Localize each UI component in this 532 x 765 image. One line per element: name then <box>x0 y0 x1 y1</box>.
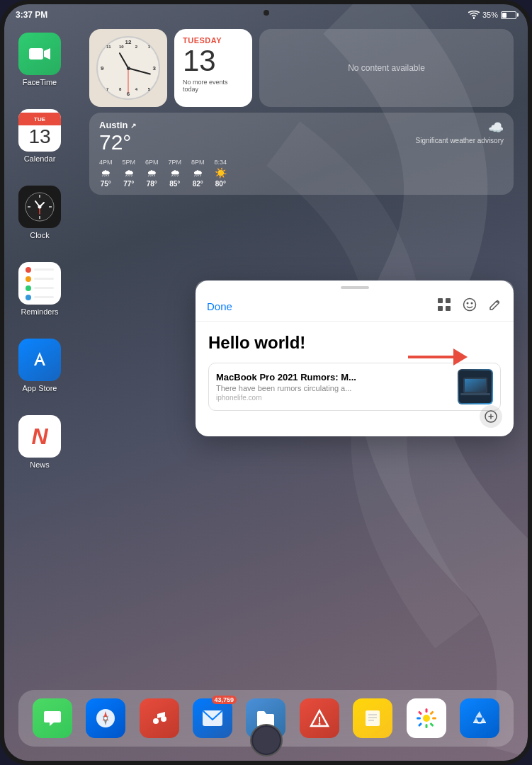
clock-face: 12 3 6 9 1 11 2 5 7 4 8 10 <box>96 36 160 100</box>
camera <box>264 10 269 16</box>
reminders-icon[interactable] <box>18 262 61 305</box>
reminders-label: Reminders <box>21 307 58 316</box>
app-news[interactable]: N News <box>18 415 61 469</box>
widgets-row1: 12 3 6 9 1 11 2 5 7 4 8 10 <box>89 29 514 107</box>
svg-rect-13 <box>446 298 451 303</box>
svg-rect-45 <box>429 722 434 727</box>
clock-hour-hand <box>119 52 129 69</box>
clock-label: Clock <box>30 231 50 239</box>
arrow-line <box>408 356 453 358</box>
svg-point-11 <box>38 205 42 209</box>
music-icon[interactable] <box>140 698 179 738</box>
dock-store[interactable] <box>460 698 499 738</box>
direct-icon[interactable] <box>300 698 339 738</box>
popup-toolbar: Done <box>196 289 514 322</box>
dock-direct[interactable] <box>300 698 339 738</box>
weather-temp: 72° <box>99 132 136 153</box>
photos-icon[interactable] <box>407 698 446 738</box>
svg-rect-42 <box>417 718 421 720</box>
wifi-icon <box>468 11 480 19</box>
widgets-area: 12 3 6 9 1 11 2 5 7 4 8 10 <box>89 29 514 195</box>
news-label: News <box>30 460 50 469</box>
note-app-icon-btn[interactable] <box>480 405 502 428</box>
mail-icon[interactable] <box>193 698 232 738</box>
calendar-icon[interactable]: TUE 13 <box>18 109 61 152</box>
arrow-head <box>453 348 468 366</box>
appstore-icon[interactable] <box>18 339 61 381</box>
popup-grid-icon[interactable] <box>437 298 451 315</box>
svg-rect-35 <box>366 710 380 726</box>
widget-calendar-small[interactable]: TUESDAY 13 No more events today <box>174 29 252 107</box>
popup-link-card[interactable]: MacBook Pro 2021 Rumors: M... There have… <box>208 363 501 411</box>
notes-icon[interactable] <box>353 698 392 738</box>
cal-events-text: No more events today <box>183 79 244 93</box>
link-description: There have been rumors circulating a... <box>216 384 451 392</box>
dock-music[interactable] <box>140 698 179 738</box>
svg-rect-15 <box>446 306 451 311</box>
popup-emoji-icon[interactable] <box>463 298 477 315</box>
svg-rect-41 <box>425 724 427 728</box>
safari-icon[interactable] <box>86 698 125 738</box>
svg-rect-44 <box>418 710 422 715</box>
weather-advisory: Significant weather advisory <box>415 137 504 144</box>
device-screen: 3:37 PM 35% <box>4 4 528 761</box>
app-appstore[interactable]: App Store <box>18 339 61 392</box>
app-reminders[interactable]: Reminders <box>18 262 61 316</box>
dock-messages[interactable] <box>33 698 72 738</box>
svg-marker-1 <box>44 48 50 60</box>
dock-notes[interactable] <box>353 698 392 738</box>
widget-clock[interactable]: 12 3 6 9 1 11 2 5 7 4 8 10 <box>89 29 167 107</box>
svg-point-39 <box>423 715 430 722</box>
battery-icon <box>501 11 516 19</box>
dock-safari[interactable] <box>86 698 125 738</box>
forecast-5pm: 5PM 🌧 77° <box>123 159 136 188</box>
svg-rect-22 <box>465 379 486 392</box>
note-popup: Done <box>196 280 514 436</box>
svg-point-34 <box>318 723 320 725</box>
widget-content-text: No content available <box>348 63 425 73</box>
popup-done-button[interactable]: Done <box>207 300 232 312</box>
svg-point-18 <box>471 302 473 305</box>
home-button[interactable] <box>250 724 283 756</box>
svg-rect-40 <box>425 708 427 713</box>
messages-icon[interactable] <box>33 698 72 738</box>
svg-rect-0 <box>29 48 43 60</box>
svg-point-29 <box>153 718 159 724</box>
clock-icon[interactable] <box>18 186 61 228</box>
app-clock[interactable]: Clock <box>18 186 61 239</box>
news-icon[interactable]: N <box>18 415 61 458</box>
red-arrow <box>408 348 468 366</box>
popup-bottom-right <box>480 405 502 428</box>
dock-photos[interactable] <box>407 698 446 738</box>
link-title: MacBook Pro 2021 Rumors: M... <box>216 372 451 382</box>
forecast-7pm: 7PM 🌧 85° <box>169 159 182 188</box>
link-text-section: MacBook Pro 2021 Rumors: M... There have… <box>216 372 451 402</box>
home-screen-icons: FaceTime TUE 13 Calendar <box>18 33 61 469</box>
widget-weather[interactable]: Austin ↗ 72° ☁️ Significant weather advi… <box>89 113 514 195</box>
cal-day-num: 13 <box>183 46 244 76</box>
svg-rect-47 <box>418 722 422 727</box>
app-facetime[interactable]: FaceTime <box>18 33 61 86</box>
svg-rect-46 <box>429 710 434 715</box>
widget-content-available[interactable]: No content available <box>259 29 514 107</box>
app-calendar[interactable]: TUE 13 Calendar <box>18 109 61 163</box>
appstore-label: App Store <box>23 384 57 392</box>
weather-city: Austin ↗ <box>99 120 136 130</box>
svg-point-16 <box>464 299 476 311</box>
svg-point-30 <box>161 716 166 722</box>
svg-rect-23 <box>460 393 490 395</box>
facetime-icon[interactable] <box>18 33 61 75</box>
clock-second-hand <box>128 68 129 93</box>
svg-rect-43 <box>432 718 436 720</box>
popup-icons-right <box>437 298 502 315</box>
dock-appstore-icon[interactable] <box>460 698 499 738</box>
calendar-label: Calendar <box>24 154 56 163</box>
svg-rect-12 <box>438 298 443 303</box>
svg-rect-14 <box>438 306 443 311</box>
dock-mail[interactable]: 43,759 <box>193 698 232 738</box>
popup-compose-icon[interactable] <box>488 298 502 315</box>
svg-point-28 <box>104 717 107 720</box>
clock-center <box>127 67 130 70</box>
link-source: iphonelife.com <box>216 394 451 402</box>
link-thumbnail <box>458 369 493 404</box>
